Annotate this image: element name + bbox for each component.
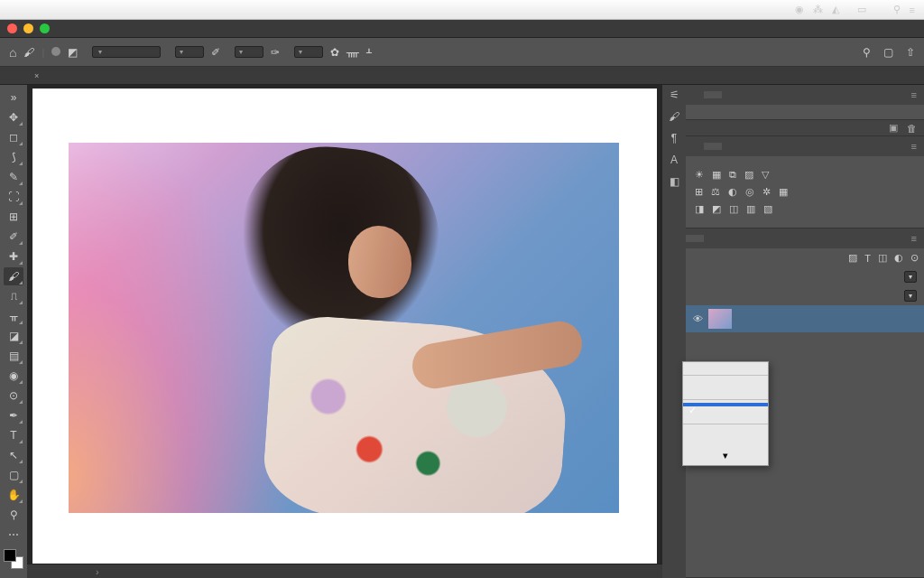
panel-menu-icon[interactable]: ≡ xyxy=(904,233,924,244)
opacity-input[interactable] xyxy=(175,46,204,58)
shape-tool[interactable]: ▢ xyxy=(4,466,23,484)
filter-icon[interactable]: T xyxy=(864,253,871,264)
close-tab-icon[interactable]: × xyxy=(34,71,39,80)
smoothing-input[interactable] xyxy=(294,46,323,58)
levels-adj-icon[interactable]: ▦ xyxy=(712,169,721,181)
wifi-icon[interactable]: ◭ xyxy=(832,4,839,15)
crop-tool[interactable]: ⛶ xyxy=(4,188,23,206)
visibility-icon[interactable]: 👁 xyxy=(693,313,703,324)
smoothing-options-icon[interactable]: ✿ xyxy=(330,46,339,59)
path-selection-tool[interactable]: ↖ xyxy=(4,446,23,464)
exposure-adj-icon[interactable]: ▨ xyxy=(744,169,753,181)
collapsed-panel-icon[interactable]: 🖌 xyxy=(669,110,679,123)
libraries-tab[interactable] xyxy=(686,143,704,150)
invert-adj-icon[interactable]: ◨ xyxy=(695,203,704,215)
paths-tab[interactable] xyxy=(722,235,740,242)
filter-icon[interactable]: ◫ xyxy=(878,252,887,264)
window-close-button[interactable] xyxy=(7,23,17,33)
lasso-tool[interactable]: ⟆ xyxy=(4,148,23,166)
history-brush-tool[interactable]: ᚂ xyxy=(4,307,23,325)
layer-row[interactable]: 👁 xyxy=(686,305,924,332)
frame-tool[interactable]: ⊞ xyxy=(4,208,23,226)
window-minimize-button[interactable] xyxy=(23,23,33,33)
quick-selection-tool[interactable]: ✎ xyxy=(4,168,23,186)
brush-tool-icon[interactable]: 🖌 xyxy=(23,46,34,59)
hue-adj-icon[interactable]: ⊞ xyxy=(695,186,703,198)
zoom-tool[interactable]: ⚲ xyxy=(4,506,23,524)
layers-tab[interactable] xyxy=(686,235,704,242)
expand-tools-icon[interactable]: » xyxy=(4,89,23,107)
threshold-adj-icon[interactable]: ◫ xyxy=(729,203,738,215)
window-zoom-button[interactable] xyxy=(40,23,50,33)
layer-opacity-input[interactable] xyxy=(904,271,917,283)
swatches-tab[interactable] xyxy=(704,91,722,98)
vibrance-adj-icon[interactable]: ▽ xyxy=(762,169,769,181)
blend-mode-select[interactable] xyxy=(92,46,161,58)
dodge-tool[interactable]: ⊙ xyxy=(4,387,23,405)
gradient-tool[interactable]: ▤ xyxy=(4,347,23,365)
spotlight-icon[interactable]: ⚲ xyxy=(893,4,901,15)
document-canvas[interactable] xyxy=(32,89,657,564)
brightness-adj-icon[interactable]: ☀ xyxy=(695,169,704,181)
delete-swatch-icon[interactable]: 🗑 xyxy=(907,123,917,134)
edit-toolbar-icon[interactable]: ⋯ xyxy=(4,526,23,544)
canvas-area[interactable]: › xyxy=(27,85,662,578)
symmetry-icon[interactable]: ᚆ xyxy=(366,46,372,59)
filter-toggle[interactable]: ⊙ xyxy=(910,252,919,264)
collapsed-panel-icon[interactable]: ⚟ xyxy=(670,89,679,101)
symmetry-icon[interactable]: ᚄ xyxy=(346,46,359,59)
foreground-color-swatch[interactable] xyxy=(4,549,16,562)
blend-mode-dropdown[interactable]: ▾ xyxy=(682,361,769,466)
type-tool[interactable]: T xyxy=(4,426,23,444)
search-icon[interactable]: ⚲ xyxy=(863,46,871,59)
flow-input[interactable] xyxy=(235,46,263,58)
color-tab[interactable] xyxy=(686,91,704,98)
brush-preset-picker[interactable] xyxy=(51,47,60,57)
pressure-opacity-icon[interactable]: ✐ xyxy=(211,46,220,59)
brush-settings-icon[interactable]: ◩ xyxy=(68,46,78,59)
blend-mode-item[interactable] xyxy=(683,417,768,421)
collapsed-panel-icon[interactable]: A xyxy=(670,154,678,166)
airbrush-icon[interactable]: ✑ xyxy=(271,46,280,59)
clone-stamp-tool[interactable]: ⎍ xyxy=(4,287,23,305)
collapsed-panel-icon[interactable]: ◧ xyxy=(670,175,679,188)
scroll-down-icon[interactable]: ▾ xyxy=(683,449,768,462)
menu-extras-icon[interactable]: ≡ xyxy=(910,5,915,15)
layer-fill-input[interactable] xyxy=(904,290,917,302)
filter-icon[interactable]: ▨ xyxy=(848,252,857,264)
move-tool[interactable]: ✥ xyxy=(4,108,23,126)
selective-color-adj-icon[interactable]: ▧ xyxy=(763,203,772,215)
channel-mixer-adj-icon[interactable]: ✲ xyxy=(762,186,771,198)
curves-adj-icon[interactable]: ⧉ xyxy=(729,169,736,181)
gradient-map-adj-icon[interactable]: ▥ xyxy=(746,203,755,215)
eyedropper-tool[interactable]: ✐ xyxy=(4,228,23,246)
channels-tab[interactable] xyxy=(704,235,722,242)
layer-thumbnail[interactable] xyxy=(708,309,732,329)
posterize-adj-icon[interactable]: ◩ xyxy=(712,203,721,215)
bw-adj-icon[interactable]: ◐ xyxy=(728,186,737,198)
healing-brush-tool[interactable]: ✚ xyxy=(4,247,23,266)
home-icon[interactable]: ⌂ xyxy=(9,45,16,60)
color-lookup-adj-icon[interactable]: ▦ xyxy=(779,186,788,198)
status-menu-icon[interactable]: › xyxy=(96,566,99,577)
adjustments-tab[interactable] xyxy=(704,143,722,150)
marquee-tool[interactable]: ◻ xyxy=(4,128,23,146)
blend-mode-item[interactable] xyxy=(683,393,768,396)
color-swatches[interactable] xyxy=(4,549,23,569)
blend-mode-item[interactable] xyxy=(683,368,768,372)
new-swatch-icon[interactable]: ▣ xyxy=(889,122,898,134)
balance-adj-icon[interactable]: ⚖ xyxy=(711,186,720,198)
filter-icon[interactable]: ◐ xyxy=(894,252,903,264)
workspace-icon[interactable]: ▢ xyxy=(883,46,893,59)
share-icon[interactable]: ⇧ xyxy=(906,46,915,59)
photo-filter-adj-icon[interactable]: ◎ xyxy=(745,186,754,198)
blur-tool[interactable]: ◉ xyxy=(4,367,23,385)
collapsed-panel-icon[interactable]: ¶ xyxy=(671,132,677,144)
panel-menu-icon[interactable]: ≡ xyxy=(904,89,924,100)
brush-tool[interactable]: 🖌 xyxy=(4,267,23,285)
eraser-tool[interactable]: ◪ xyxy=(4,327,23,345)
document-tab[interactable]: × xyxy=(27,70,51,82)
pen-tool[interactable]: ✒ xyxy=(4,406,23,424)
panel-menu-icon[interactable]: ≡ xyxy=(904,141,924,152)
hand-tool[interactable]: ✋ xyxy=(4,486,23,504)
